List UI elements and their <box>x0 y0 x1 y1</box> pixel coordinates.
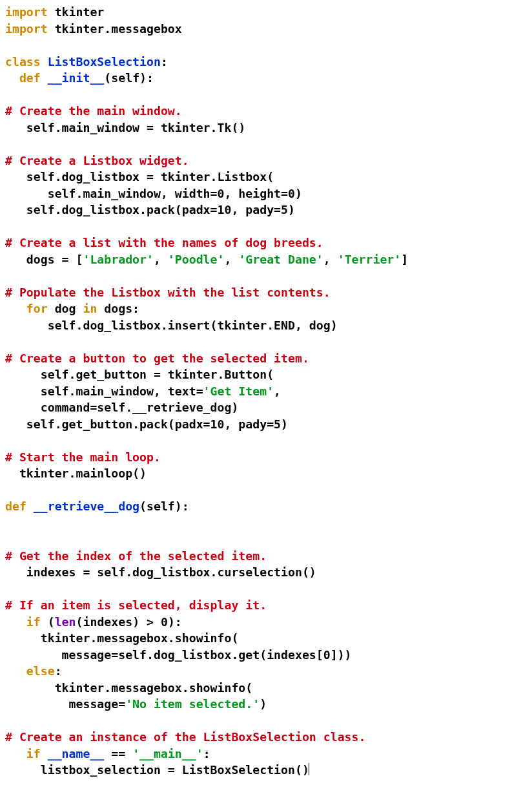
code-token <box>41 55 48 68</box>
code-token: # Create a button to get the selected it… <box>5 351 309 365</box>
code-line: if (len(indexes) > 0): <box>5 615 182 629</box>
code-line: self.get_button = tkinter.Button( <box>5 368 274 381</box>
code-token: , <box>274 384 281 398</box>
code-token: class <box>5 55 41 68</box>
code-token <box>41 747 48 760</box>
code-token: dog <box>48 302 83 315</box>
code-line: self.get_button.pack(padx=10, pady=5) <box>5 417 288 431</box>
code-token: 'Labrador' <box>83 253 154 266</box>
code-line: command=self.__retrieve_dog) <box>5 401 238 414</box>
code-line: # Get the index of the selected item. <box>5 549 267 563</box>
code-line: self.dog_listbox.insert(tkinter.END, dog… <box>5 319 338 332</box>
code-token: self.get_button.pack(padx=10, pady=5) <box>5 417 288 431</box>
code-token: ( <box>41 615 55 629</box>
code-line: import tkinter.messagebox <box>5 22 182 36</box>
code-token: self.dog_listbox.insert(tkinter.END, dog… <box>5 319 338 332</box>
code-token: (self): <box>104 71 154 85</box>
code-token: # Create an instance of the ListBoxSelec… <box>5 730 365 744</box>
code-token: tkinter <box>48 5 105 19</box>
code-line: import tkinter <box>5 5 104 19</box>
code-line: tkinter.mainloop() <box>5 466 147 480</box>
code-line: self.main_window = tkinter.Tk() <box>5 121 245 134</box>
code-line: self.dog_listbox.pack(padx=10, pady=5) <box>5 203 295 216</box>
code-token: , <box>224 253 238 266</box>
code-token: else <box>26 664 55 678</box>
code-token: self.dog_listbox = tkinter.Listbox( <box>5 170 274 183</box>
code-token: def <box>19 71 41 85</box>
code-token <box>5 747 26 760</box>
code-line: message=self.dog_listbox.get(indexes[0])… <box>5 648 352 662</box>
code-token: # Start the main loop. <box>5 450 161 464</box>
code-token: __retrieve__dog <box>34 499 139 513</box>
code-token <box>5 615 26 629</box>
code-line: # Create a list with the names of dog br… <box>5 236 323 249</box>
code-token: if <box>26 747 41 760</box>
code-token: tkinter.messagebox <box>48 22 182 36</box>
code-line: dogs = ['Labrador', 'Poodle', 'Great Dan… <box>5 253 408 266</box>
code-token: def <box>5 499 26 513</box>
code-token: len <box>55 615 76 629</box>
code-token <box>5 302 26 315</box>
code-token: tkinter.mainloop() <box>5 466 147 480</box>
code-token: dogs = [ <box>5 253 83 266</box>
code-token: ] <box>401 253 408 266</box>
code-token: : <box>203 747 210 760</box>
code-token: if <box>26 615 41 629</box>
code-token: ListBoxSelection <box>48 55 161 68</box>
code-token: # Create a list with the names of dog br… <box>5 236 323 249</box>
code-token <box>5 71 19 85</box>
text-cursor <box>309 763 309 775</box>
code-token: command=self.__retrieve_dog) <box>5 401 238 414</box>
code-token: # Create the main window. <box>5 104 182 118</box>
code-token: # Populate the Listbox with the list con… <box>5 286 331 299</box>
code-token: __name__ <box>48 747 105 760</box>
code-token: # If an item is selected, display it. <box>5 598 267 612</box>
code-token: # Create a Listbox widget. <box>5 154 189 167</box>
code-token: self.main_window = tkinter.Tk() <box>5 121 245 134</box>
code-line: self.main_window, width=0, height=0) <box>5 187 302 200</box>
code-line: class ListBoxSelection: <box>5 55 168 68</box>
code-token: import <box>5 22 48 36</box>
code-token: ) <box>260 697 267 711</box>
code-line: for dog in dogs: <box>5 302 139 315</box>
code-line: message='No item selected.') <box>5 697 267 711</box>
code-token: (self): <box>139 499 189 513</box>
code-token: # Get the index of the selected item. <box>5 549 267 563</box>
code-block[interactable]: import tkinter import tkinter.messagebox… <box>0 0 532 782</box>
code-line: # Populate the Listbox with the list con… <box>5 286 331 299</box>
code-token <box>5 664 26 678</box>
code-token: self.get_button = tkinter.Button( <box>5 368 274 381</box>
code-token: import <box>5 5 48 19</box>
code-line: def __retrieve__dog(self): <box>5 499 189 513</box>
code-token: 'Great Dane' <box>238 253 323 266</box>
code-line: else: <box>5 664 62 678</box>
code-token: (indexes) > 0): <box>76 615 182 629</box>
code-token: 'Terrier' <box>338 253 402 266</box>
code-line: # Create a button to get the selected it… <box>5 351 309 365</box>
code-line: # Create an instance of the ListBoxSelec… <box>5 730 365 744</box>
code-line: indexes = self.dog_listbox.curselection(… <box>5 565 316 579</box>
code-token: in <box>83 302 97 315</box>
code-token: __init__ <box>48 71 105 85</box>
code-line: self.main_window, text='Get Item', <box>5 384 281 398</box>
code-line: listbox_selection = ListBoxSelection() <box>5 763 309 777</box>
code-token: listbox_selection = ListBoxSelection() <box>5 763 309 777</box>
code-token: dogs: <box>97 302 139 315</box>
code-line: # Start the main loop. <box>5 450 161 464</box>
code-token: tkinter.messagebox.showinfo( <box>5 631 238 645</box>
code-line: # Create the main window. <box>5 104 182 118</box>
code-line: def __init__(self): <box>5 71 154 85</box>
code-token: '__main__' <box>132 747 203 760</box>
code-token <box>26 499 34 513</box>
code-token: self.main_window, text= <box>5 384 203 398</box>
code-token: == <box>104 747 132 760</box>
code-token: for <box>26 302 48 315</box>
code-token <box>41 71 48 85</box>
code-line: tkinter.messagebox.showinfo( <box>5 681 252 695</box>
code-line: # Create a Listbox widget. <box>5 154 189 167</box>
code-token: self.main_window, width=0, height=0) <box>5 187 302 200</box>
code-token: message= <box>5 697 125 711</box>
code-token: tkinter.messagebox.showinfo( <box>5 681 252 695</box>
code-token: 'Poodle' <box>168 253 225 266</box>
code-token: indexes = self.dog_listbox.curselection(… <box>5 565 316 579</box>
